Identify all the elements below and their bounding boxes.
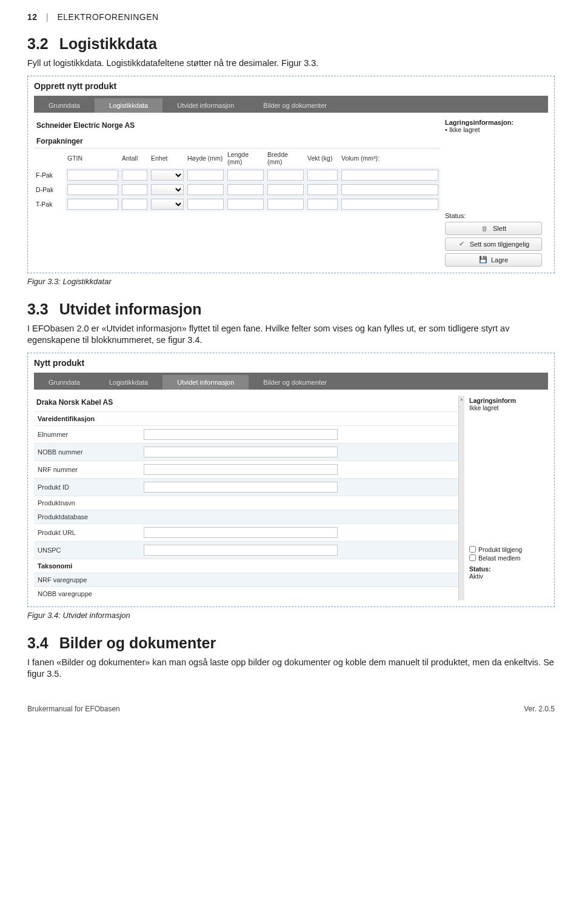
field-label: NRF varegruppe (34, 573, 140, 587)
enhet-select[interactable] (151, 199, 184, 210)
figure-3-4-caption: Figur 3.4: Utvidet informasjon (27, 611, 555, 620)
lengde-input[interactable] (227, 199, 264, 210)
vekt-input[interactable] (307, 184, 338, 195)
pack-row-fpak: F-Pak (34, 168, 440, 182)
storage-info-label: Lagringsinformasjon: (445, 119, 548, 126)
field-label: Produktdatabase (34, 510, 140, 523)
unspc-input[interactable] (144, 545, 338, 556)
tab-logistikkdata[interactable]: Logistikkdata (95, 375, 162, 390)
company-name: Draka Norsk Kabel AS (36, 398, 458, 407)
lengde-input[interactable] (227, 184, 264, 195)
volum-input[interactable] (341, 170, 438, 181)
col-hoyde: Høyde (mm) (186, 148, 226, 168)
vekt-input[interactable] (307, 170, 338, 181)
btn-label: Sett som tilgjengelig (470, 241, 529, 248)
field-row: NOBB varegruppe (34, 587, 458, 600)
enhet-select[interactable] (151, 170, 184, 181)
section-3-4-heading: 3.4Bilder og dokumenter (27, 634, 555, 652)
hoyde-input[interactable] (187, 199, 224, 210)
bredde-input[interactable] (267, 170, 304, 181)
save-button[interactable]: 💾Lagre (445, 253, 542, 267)
row-label: F-Pak (34, 168, 65, 182)
chk-label: Produkt tilgjeng (478, 546, 522, 553)
section-3-3-body: I EFObasen 2.0 er «Utvidet informasjon» … (27, 323, 555, 347)
col-bredde: Bredde (mm) (266, 148, 306, 168)
section-title: Utvidet informasjon (59, 301, 202, 317)
produkt-tilgjeng-checkbox[interactable] (469, 546, 476, 553)
chk-label: Belast medlem (478, 554, 520, 562)
field-row: NRF varegruppe (34, 573, 458, 587)
gtin-input[interactable] (67, 199, 118, 210)
belast-medlem-checkbox[interactable] (469, 554, 476, 561)
figure-3-3: Opprett nytt produkt Grunndata Logistikk… (27, 76, 555, 273)
section-3-4-body: I fanen «Bilder og dokumenter» kan man o… (27, 657, 555, 680)
section-taksonomi: Taksonomi (34, 559, 458, 573)
pack-row-tpak: T-Pak (34, 197, 440, 211)
antall-input[interactable] (122, 170, 147, 181)
status-label: Status: (469, 565, 548, 573)
bredde-input[interactable] (267, 184, 304, 195)
field-label: Produkt URL (34, 523, 140, 541)
row-label: T-Pak (34, 197, 65, 211)
tab-bar: Grunndata Logistikkdata Utvidet informas… (34, 96, 548, 113)
hoyde-input[interactable] (187, 184, 224, 195)
pack-table: GTIN Antall Enhet Høyde (mm) Lengde (mm)… (34, 148, 440, 211)
section-3-2-body: Fyll ut logistikkdata. Logistikkdatafelt… (27, 58, 555, 70)
field-row: Elnummer (34, 425, 458, 443)
fields-table: Vareidentifikasjon Elnummer NOBB nummer … (34, 411, 458, 600)
nrf-input[interactable] (144, 464, 338, 475)
page-number: 12 (27, 12, 38, 22)
tab-grunndata[interactable]: Grunndata (34, 375, 95, 390)
col-lengde: Lengde (mm) (226, 148, 266, 168)
vekt-input[interactable] (307, 199, 338, 210)
antall-input[interactable] (122, 199, 147, 210)
elnummer-input[interactable] (144, 429, 338, 440)
nobb-input[interactable] (144, 447, 338, 457)
page-footer: Brukermanual for EFObasen Ver. 2.0.5 (27, 705, 555, 713)
section-vareident: Vareidentifikasjon (34, 411, 458, 425)
field-label: UNSPC (34, 541, 140, 559)
field-label: Elnummer (34, 425, 140, 443)
sidebar: Lagringsinform Ikke lagret Produkt tilgj… (469, 396, 548, 600)
hoyde-input[interactable] (187, 170, 224, 181)
col-antall: Antall (120, 148, 149, 168)
pack-row-dpak: D-Pak (34, 182, 440, 197)
tab-bilder[interactable]: Bilder og dokumenter (249, 98, 341, 113)
lengde-input[interactable] (227, 170, 264, 181)
check-circle-icon: ✔ (458, 240, 466, 248)
tab-bilder[interactable]: Bilder og dokumenter (249, 375, 341, 390)
col-blank (34, 148, 65, 168)
gtin-input[interactable] (67, 184, 118, 195)
storage-info-label: Lagringsinform (469, 397, 548, 404)
set-available-button[interactable]: ✔Sett som tilgjengelig (445, 238, 542, 251)
scrollbar[interactable] (458, 396, 464, 600)
antall-input[interactable] (122, 184, 147, 195)
tab-logistikkdata[interactable]: Logistikkdata (95, 98, 162, 113)
col-vekt: Vekt (kg) (306, 148, 340, 168)
delete-button[interactable]: 🗑Slett (445, 222, 542, 235)
gtin-input[interactable] (67, 170, 118, 181)
col-gtin: GTIN (65, 148, 120, 168)
field-row: Produkt ID (34, 478, 458, 496)
storage-info-value: Ikke lagret (469, 404, 548, 411)
tab-bar: Grunndata Logistikkdata Utvidet informas… (34, 373, 548, 390)
produkturl-input[interactable] (144, 527, 338, 538)
trash-icon: 🗑 (481, 225, 489, 232)
footer-right: Ver. 2.0.5 (524, 705, 555, 713)
section-title: Logistikkdata (59, 35, 157, 52)
volum-input[interactable] (341, 184, 438, 195)
tab-utvidet[interactable]: Utvidet informasjon (162, 98, 249, 113)
section-title: Bilder og dokumenter (59, 634, 216, 651)
volum-input[interactable] (341, 199, 438, 210)
dialog-title: Nytt produkt (34, 358, 548, 368)
footer-left: Brukermanual for EFObasen (27, 705, 120, 713)
sidebar: Lagringsinformasjon: • Ikke lagret Statu… (445, 119, 548, 267)
enhet-select[interactable] (151, 184, 184, 195)
tab-utvidet[interactable]: Utvidet informasjon (162, 375, 249, 390)
produktid-input[interactable] (144, 482, 338, 493)
col-volum: Volum (mm³): (340, 148, 440, 168)
company-name: Schneider Electric Norge AS (36, 121, 440, 130)
page-header: 12 | ELEKTROFORENINGEN (27, 12, 555, 22)
tab-grunndata[interactable]: Grunndata (34, 98, 95, 113)
bredde-input[interactable] (267, 199, 304, 210)
